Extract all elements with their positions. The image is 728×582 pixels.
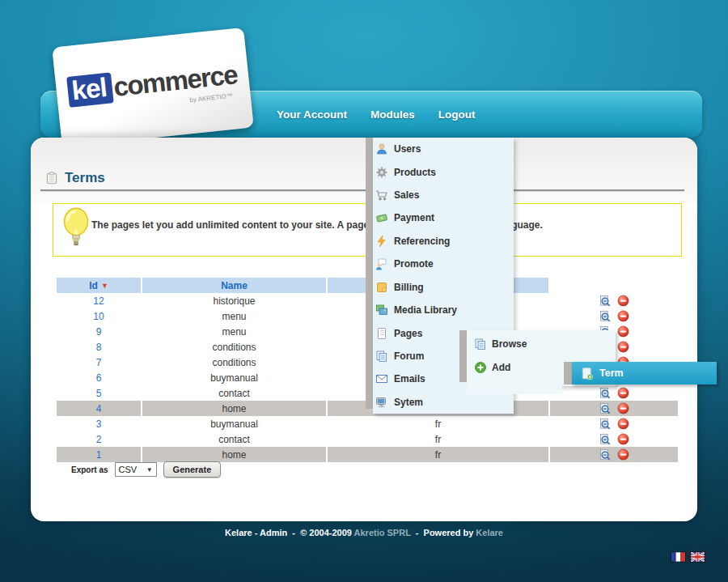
menu-item-sales[interactable]: Sales: [373, 184, 514, 206]
term-language: fr: [328, 416, 548, 431]
forum-icon: [375, 350, 388, 363]
card-header-band: [31, 138, 697, 202]
term-name: home: [142, 447, 326, 462]
submenu-item-browse[interactable]: Browse: [467, 332, 616, 355]
submenu-item-term[interactable]: Term: [572, 362, 717, 384]
delete-term-button[interactable]: [617, 295, 629, 307]
kelcommerce-admin-window: Your AccountModulesLogout kel commerce b…: [0, 0, 728, 582]
menu-item-label: Referencing: [394, 236, 450, 247]
row-actions: [550, 402, 678, 415]
term-id-link[interactable]: 4: [96, 403, 102, 414]
cart-icon: [375, 189, 388, 202]
kelcommerce-logo[interactable]: kel commerce by AKRETIO™: [52, 28, 254, 147]
term-language: fr: [328, 447, 548, 462]
menu-item-payment[interactable]: Payment: [373, 206, 514, 229]
menu-item-label: Promote: [394, 258, 434, 270]
term-id-link[interactable]: 5: [96, 388, 102, 399]
delete-term-button[interactable]: [617, 402, 629, 414]
view-term-button[interactable]: [599, 295, 611, 308]
nav-link-logout[interactable]: Logout: [438, 108, 476, 121]
language-switcher: [671, 552, 705, 562]
row-actions: [550, 295, 678, 308]
term-name: historique: [142, 293, 326, 308]
export-format-select[interactable]: CSV ▼: [115, 462, 157, 477]
footer-text: Kelare - Admin - © 2004-2009 Akretio SPR…: [0, 528, 728, 537]
view-term-button[interactable]: [599, 402, 611, 415]
delete-term-button[interactable]: [617, 448, 629, 461]
view-term-button[interactable]: [599, 310, 611, 323]
menu-item-label: Browse: [492, 338, 527, 350]
menu-item-label: Add: [492, 362, 510, 373]
column-header-actions: [550, 278, 678, 293]
french-flag[interactable]: [671, 552, 685, 562]
term-name: buymanual: [142, 416, 326, 431]
menu-item-promote[interactable]: Promote: [373, 253, 514, 275]
delete-term-button[interactable]: [617, 387, 629, 399]
generate-button[interactable]: Generate: [163, 461, 222, 478]
term-id-link[interactable]: 6: [96, 372, 102, 384]
page-icon: [375, 327, 388, 340]
nav-link-your-account[interactable]: Your Account: [277, 108, 347, 121]
view-term-button[interactable]: [599, 418, 611, 431]
row-actions: [550, 387, 678, 400]
submenu-left-rail: [459, 330, 467, 382]
banknote-icon: [375, 211, 388, 224]
billing-icon: [375, 281, 388, 294]
term-id-link[interactable]: 10: [93, 311, 104, 322]
table-row: 3buymanualfr: [57, 416, 678, 431]
delete-term-button[interactable]: [617, 433, 629, 445]
menu-item-billing[interactable]: Billing: [373, 276, 514, 299]
nav-link-modules[interactable]: Modules: [370, 108, 415, 121]
term-id-link[interactable]: 12: [93, 295, 104, 307]
term-id-link[interactable]: 7: [96, 357, 102, 368]
menu-item-label: Media Library: [394, 304, 457, 316]
column-header-name[interactable]: Name: [142, 278, 326, 293]
term-id-link[interactable]: 1: [96, 449, 102, 461]
add-submenu-left-rail: [564, 362, 572, 384]
pages-submenu-extension: [467, 386, 562, 394]
row-actions: [550, 448, 678, 461]
term-name: menu: [142, 324, 326, 339]
nav-links: Your AccountModulesLogout: [277, 91, 476, 138]
term-id-link[interactable]: 2: [96, 434, 102, 445]
menu-item-users[interactable]: Users: [373, 138, 514, 160]
computer-icon: [375, 396, 388, 409]
menu-item-label: Sales: [394, 189, 419, 201]
menu-item-media-library[interactable]: Media Library: [373, 299, 514, 321]
menu-item-label: Term: [599, 367, 624, 379]
notes-icon: [44, 171, 59, 185]
term-id-link[interactable]: 8: [96, 342, 102, 353]
user-icon: [375, 142, 388, 155]
menu-item-label: Pages: [394, 328, 422, 339]
english-flag[interactable]: [691, 552, 705, 562]
delete-term-button[interactable]: [617, 418, 629, 430]
row-actions: [550, 310, 678, 323]
delete-term-button[interactable]: [617, 341, 629, 353]
view-term-button[interactable]: [599, 433, 611, 446]
term-id-link[interactable]: 9: [96, 326, 102, 338]
gear-icon: [375, 166, 388, 179]
menu-item-label: Products: [394, 167, 436, 178]
title-divider: [40, 189, 684, 192]
export-format-value: CSV: [119, 465, 138, 474]
content-card: Terms The pages let you add unlimited co…: [31, 138, 697, 521]
export-bar: Export as CSV ▼ Generate: [71, 461, 221, 478]
add-icon: [474, 361, 487, 374]
menu-item-referencing[interactable]: Referencing: [373, 230, 514, 253]
menu-item-label: Billing: [394, 282, 424, 293]
page-title: Terms: [65, 170, 105, 186]
term-name: buymanual: [142, 370, 326, 385]
menu-item-products[interactable]: Products: [373, 160, 514, 183]
table-row: 1homefr: [57, 447, 678, 462]
term-name: menu: [142, 308, 326, 324]
column-header-id[interactable]: Id▼: [57, 278, 141, 293]
term-language: fr: [328, 431, 548, 447]
delete-term-button[interactable]: [617, 325, 629, 338]
term-id-link[interactable]: 3: [96, 418, 102, 430]
view-term-button[interactable]: [599, 387, 611, 400]
promote-icon: [375, 257, 388, 270]
delete-term-button[interactable]: [617, 310, 629, 322]
view-term-button[interactable]: [599, 448, 611, 461]
envelope-icon: [375, 372, 388, 385]
lightning-icon: [375, 235, 388, 248]
